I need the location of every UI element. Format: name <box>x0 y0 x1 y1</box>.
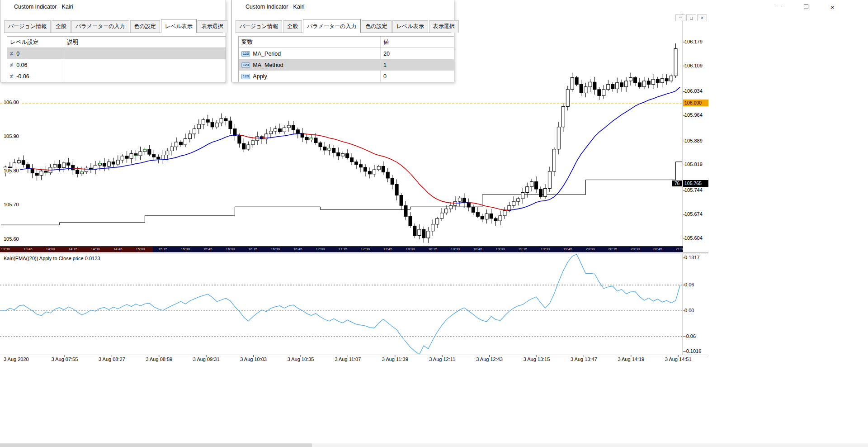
time-label: 19:45 <box>563 247 572 251</box>
date-label: 3 Aug 08:59 <box>146 357 172 362</box>
cell-text: MA_Period <box>253 51 281 57</box>
time-label: 15:45 <box>203 247 212 251</box>
price-grid-label: 106.00 <box>3 100 20 105</box>
time-label: 14:30 <box>91 247 100 251</box>
date-label: 3 Aug 07:55 <box>52 357 78 362</box>
window-controls: × <box>766 0 846 14</box>
table-cell: 123Apply <box>239 71 381 82</box>
time-label: 17:00 <box>316 247 325 251</box>
indicator-levels-dialog: Custom Indicator - Kairi バージョン情報全般パラメーター… <box>0 0 226 82</box>
chart-restore-button[interactable] <box>686 14 696 21</box>
restore-icon <box>804 5 808 9</box>
date-label: 3 Aug 10:03 <box>240 357 267 362</box>
price-tick-label: 105.964 <box>684 112 703 118</box>
dialog-title: Custom Indicator - Kairi <box>245 4 305 10</box>
price-tick-label: 105.674 <box>684 211 703 217</box>
chart-close-button[interactable]: × <box>697 14 707 21</box>
table-row[interactable]: 123Apply0 <box>239 71 454 82</box>
date-label: 3 Aug 13:47 <box>571 357 597 362</box>
time-label: 18:45 <box>473 247 482 251</box>
table-row[interactable]: ≠-0.06 <box>7 71 226 82</box>
tab-version-info[interactable]: バージョン情報 <box>236 20 282 33</box>
price-tick-label: 105.889 <box>684 138 703 143</box>
tab-inputs[interactable]: パラメーターの入力 <box>303 19 360 33</box>
table-row[interactable]: 123MA_Method1 <box>239 59 454 71</box>
time-label: 17:15 <box>338 247 347 251</box>
date-label: 3 Aug 13:15 <box>524 357 550 362</box>
time-label: 18:15 <box>428 247 437 251</box>
table-row[interactable]: ≠0.06 <box>7 59 226 71</box>
table-cell: ≠-0.06 <box>7 71 64 82</box>
dialog-title: Custom Indicator - Kairi <box>14 4 73 10</box>
ma-line <box>5 87 680 210</box>
panel-splitter[interactable] <box>0 252 708 254</box>
table-cell: ≠0 <box>7 48 64 59</box>
table-cell: 0 <box>381 71 454 82</box>
price-line-tag: 106.000 <box>683 100 708 106</box>
time-label: 14:00 <box>46 247 55 251</box>
tab-inputs[interactable]: パラメーターの入力 <box>71 20 129 33</box>
time-label: 17:45 <box>383 247 392 251</box>
chart-minimize-button[interactable] <box>675 14 685 21</box>
tab-visualization[interactable]: 表示選択 <box>198 20 227 33</box>
time-label: 19:00 <box>495 247 505 251</box>
step-indicator-line <box>1 162 682 225</box>
time-label: 16:00 <box>226 247 235 251</box>
time-label: 21:00 <box>675 247 683 251</box>
level-icon: ≠ <box>10 73 13 80</box>
chart-close-icon: × <box>701 16 703 20</box>
scrollbar-thumb[interactable] <box>0 443 312 447</box>
level-icon: ≠ <box>10 50 13 57</box>
time-axis-bar[interactable]: 13:3013:4514:0014:1514:3014:4515:0015:15… <box>0 247 683 252</box>
tab-common[interactable]: 全般 <box>52 20 71 33</box>
date-label: 3 Aug 14:19 <box>618 357 644 362</box>
price-grid-label: 105.90 <box>3 133 20 139</box>
kairi-layer <box>0 254 683 355</box>
tab-version-info[interactable]: バージョン情報 <box>4 20 51 33</box>
table-header-row: 変数値 <box>239 37 454 48</box>
indicator-tick-label: 0.00 <box>684 308 694 313</box>
levels-table: レベル設定説明≠0≠0.06≠-0.06 <box>7 36 226 82</box>
time-label: 13:45 <box>24 247 33 251</box>
tab-levels[interactable]: レベル表示 <box>161 19 197 33</box>
date-label: 3 Aug 11:39 <box>382 357 408 362</box>
cell-text: Apply <box>253 73 267 80</box>
time-label: 17:30 <box>361 247 370 251</box>
time-label: 15:30 <box>181 247 190 251</box>
indicator-inputs-dialog: Custom Indicator - Kairi バージョン情報全般パラメーター… <box>231 0 454 82</box>
close-button[interactable]: × <box>819 0 846 14</box>
numeric-input-icon: 123 <box>241 62 250 68</box>
price-tick-label: 106.179 <box>684 39 703 44</box>
table-row[interactable]: 123MA_Period20 <box>239 48 454 59</box>
kairi-line <box>1 254 680 355</box>
time-label: 15:15 <box>158 247 167 251</box>
numeric-input-icon: 123 <box>241 74 250 79</box>
cell-text: MA_Method <box>253 62 283 68</box>
time-label: 15:00 <box>136 247 145 251</box>
date-label: 3 Aug 12:11 <box>429 357 455 362</box>
horizontal-scrollbar[interactable] <box>0 443 868 447</box>
inputs-table: 変数値123MA_Period20123MA_Method1123Apply0 <box>238 36 454 82</box>
indicator-tick-label: 0.1317 <box>684 255 700 260</box>
table-cell <box>64 59 226 71</box>
tab-common[interactable]: 全般 <box>283 20 302 33</box>
tab-visualization[interactable]: 表示選択 <box>429 20 459 33</box>
restore-button[interactable] <box>793 0 819 14</box>
tab-colors[interactable]: 色の設定 <box>362 20 392 33</box>
bar-countdown-chip: 76 <box>672 181 682 186</box>
table-cell: 1 <box>381 59 454 71</box>
price-tick-label: 105.604 <box>684 235 703 241</box>
close-icon: × <box>830 4 835 10</box>
minimize-button[interactable] <box>766 0 793 14</box>
minimize-icon <box>777 7 782 7</box>
price-grid-label: 105.60 <box>3 236 20 242</box>
time-label: 20:00 <box>585 247 594 251</box>
tab-levels[interactable]: レベル表示 <box>392 20 428 33</box>
table-row[interactable]: ≠0 <box>7 48 226 59</box>
price-tick-label: 105.819 <box>684 162 703 167</box>
date-label: 3 Aug 10:35 <box>288 357 314 362</box>
tab-colors[interactable]: 色の設定 <box>130 20 160 33</box>
price-tick-label: 105.744 <box>684 187 703 193</box>
column-header: 値 <box>381 37 454 48</box>
date-label: 3 Aug 09:31 <box>193 357 220 362</box>
